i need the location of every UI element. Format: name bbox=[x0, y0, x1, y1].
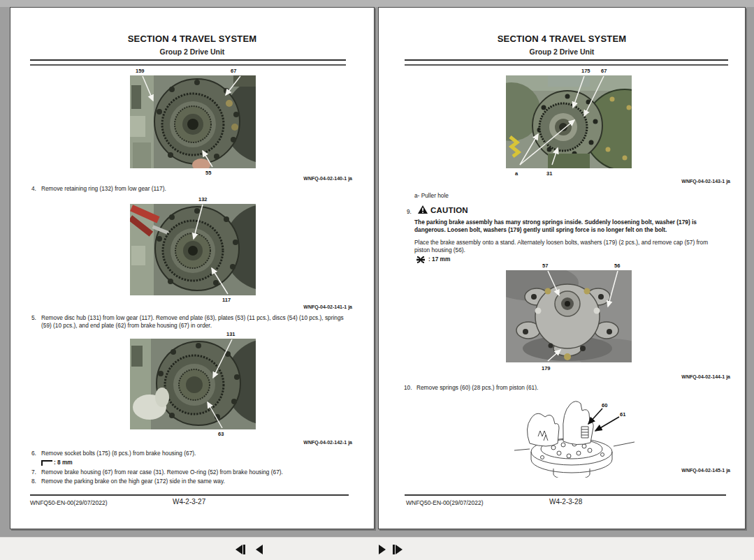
step-4-text: Remove retaining ring (132) from low gea… bbox=[41, 185, 347, 193]
step-7-number: 7. bbox=[31, 469, 36, 476]
callout-a: a bbox=[515, 170, 518, 177]
step-6-text: Remove socket bolts (175) (8 pcs.) from … bbox=[41, 450, 347, 457]
step-5-text: Remove disc hub (131) from low gear (117… bbox=[41, 314, 347, 330]
footer-rule bbox=[30, 494, 349, 496]
callout-57: 57 bbox=[542, 263, 548, 269]
callout-117: 117 bbox=[222, 297, 231, 303]
header-rule bbox=[30, 59, 346, 66]
step-8-number: 8. bbox=[31, 478, 36, 485]
figure-144-caption: WNFQ-04-02-144-1 ja bbox=[681, 374, 730, 379]
skip-last-icon bbox=[396, 545, 403, 554]
caution-icon bbox=[418, 205, 428, 214]
header-rule bbox=[405, 59, 728, 66]
footer-page-number: W4-2-3-28 bbox=[549, 498, 582, 506]
figure-140: 159 67 55 bbox=[130, 75, 256, 168]
figure-143-photo bbox=[506, 75, 632, 168]
last-page-button[interactable] bbox=[393, 543, 403, 557]
figure-141-caption: WNFQ-04-02-141-1 ja bbox=[303, 304, 352, 309]
callout-159: 159 bbox=[136, 68, 145, 74]
callout-56: 56 bbox=[614, 263, 620, 269]
callout-131: 131 bbox=[226, 331, 235, 337]
hex-key-icon bbox=[41, 460, 52, 466]
callout-175: 175 bbox=[581, 68, 590, 74]
tool-size-text: : 17 mm bbox=[428, 256, 450, 263]
step-9-body-text: Place the brake assembly onto a stand. A… bbox=[414, 239, 723, 255]
pdf-viewer-window: SECTION 4 TRAVEL SYSTEM Group 2 Drive Un… bbox=[0, 0, 754, 560]
note-puller-hole: a- Puller hole bbox=[414, 192, 449, 199]
caution-warning-text: The parking brake assembly has many stro… bbox=[414, 219, 723, 235]
skip-first-icon bbox=[235, 545, 242, 554]
step-6-number: 6. bbox=[31, 450, 36, 457]
figure-140-photo bbox=[130, 75, 256, 168]
callout-63: 63 bbox=[218, 431, 224, 437]
first-page-button[interactable] bbox=[235, 543, 245, 557]
step-5-number: 5. bbox=[31, 314, 36, 322]
figure-142: 131 63 bbox=[130, 339, 256, 429]
callout-60: 60 bbox=[602, 402, 607, 408]
caution-title: CAUTION bbox=[430, 206, 468, 214]
footer-rule bbox=[405, 494, 726, 496]
figure-141-photo bbox=[130, 204, 256, 295]
step-10-number: 10. bbox=[404, 384, 412, 392]
figure-145: 60 61 bbox=[514, 390, 635, 478]
document-page-right[interactable]: SECTION 4 TRAVEL SYSTEM Group 2 Drive Un… bbox=[378, 7, 746, 529]
tool-size-text: : 8 mm bbox=[54, 459, 73, 466]
step-9-tool-size: : 17 mm bbox=[414, 256, 450, 263]
callout-132: 132 bbox=[198, 196, 208, 202]
section-title: SECTION 4 TRAVEL SYSTEM bbox=[10, 34, 374, 44]
footer-doc-code: WNFQ50-EN-00(29/07/2022) bbox=[406, 499, 484, 506]
callout-55: 55 bbox=[205, 170, 211, 176]
step-7-text: Remove brake housing (67) from rear case… bbox=[41, 469, 347, 476]
callout-67: 67 bbox=[601, 68, 607, 74]
figure-142-caption: WNFQ-04-02-142-1 ja bbox=[303, 440, 352, 445]
section-title: SECTION 4 TRAVEL SYSTEM bbox=[379, 34, 745, 44]
prev-page-icon bbox=[256, 545, 263, 554]
document-page-left[interactable]: SECTION 4 TRAVEL SYSTEM Group 2 Drive Un… bbox=[10, 7, 375, 529]
canvas-top-strip bbox=[0, 0, 754, 7]
wrench-icon bbox=[414, 256, 427, 263]
callout-31: 31 bbox=[546, 170, 552, 177]
callout-67: 67 bbox=[231, 68, 236, 74]
group-subtitle: Group 2 Drive Unit bbox=[379, 47, 745, 56]
figure-145-caption: WNFQ-04-02-145-1 ja bbox=[681, 468, 730, 473]
figure-143-caption: WNFQ-04-02-143-1 ja bbox=[681, 179, 730, 184]
step-9-number: 9. bbox=[407, 208, 412, 216]
step-8-text: Remove the parking brake on the high gea… bbox=[41, 478, 347, 485]
figure-144-photo bbox=[506, 270, 632, 362]
footer-page-number: W4-2-3-27 bbox=[173, 498, 205, 506]
figure-145-drawing bbox=[514, 390, 635, 478]
viewer-toolbar: 787 (787 / 1289) bbox=[0, 537, 754, 560]
figure-143: 175 67 a 31 bbox=[506, 75, 632, 168]
group-subtitle: Group 2 Drive Unit bbox=[10, 47, 374, 56]
callout-179: 179 bbox=[542, 365, 551, 371]
next-page-button[interactable] bbox=[379, 543, 386, 557]
step-6-tool-size: : 8 mm bbox=[41, 459, 73, 466]
figure-144: 57 56 179 bbox=[506, 270, 632, 362]
figure-141: 132 117 bbox=[130, 204, 256, 295]
footer-doc-code: WNFQ50-EN-00(29/07/2022) bbox=[30, 499, 108, 506]
figure-140-caption: WNFQ-04-02-140-1 ja bbox=[303, 176, 352, 181]
prev-page-button[interactable] bbox=[256, 543, 263, 557]
next-page-icon bbox=[379, 545, 386, 554]
step-4-number: 4. bbox=[31, 185, 36, 193]
figure-142-photo bbox=[130, 339, 256, 429]
callout-61: 61 bbox=[620, 411, 625, 418]
